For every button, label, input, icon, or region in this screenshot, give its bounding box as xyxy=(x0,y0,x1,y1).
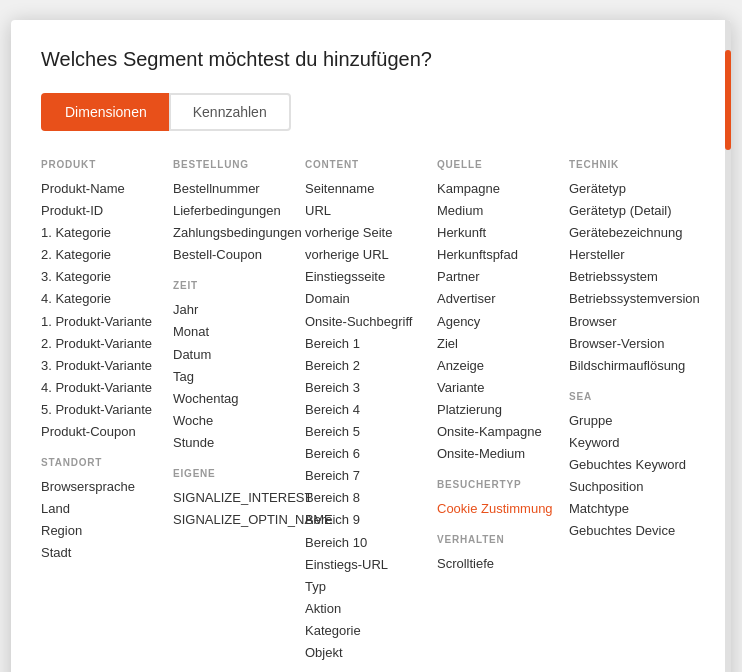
col-content: CONTENT Seitenname URL vorherige Seite v… xyxy=(305,159,437,664)
list-item[interactable]: 4. Kategorie xyxy=(41,288,163,310)
list-item[interactable]: 3. Kategorie xyxy=(41,266,163,288)
list-item[interactable]: Keyword xyxy=(569,432,691,454)
list-item[interactable]: Bereich 10 xyxy=(305,532,427,554)
list-item[interactable]: Partner xyxy=(437,266,559,288)
list-item[interactable]: Gerätetyp xyxy=(569,178,691,200)
list-item[interactable]: Bereich 7 xyxy=(305,465,427,487)
header-technik: TECHNIK xyxy=(569,159,691,170)
list-item[interactable]: Objekt xyxy=(305,642,427,664)
list-item[interactable]: Scrolltiefe xyxy=(437,553,559,575)
list-item[interactable]: Bereich 6 xyxy=(305,443,427,465)
list-item[interactable]: Monat xyxy=(173,321,295,343)
list-item[interactable]: Land xyxy=(41,498,163,520)
list-item[interactable]: Herkunft xyxy=(437,222,559,244)
header-produkt: PRODUKT xyxy=(41,159,163,170)
list-item[interactable]: Bereich 1 xyxy=(305,333,427,355)
list-item[interactable]: Suchposition xyxy=(569,476,691,498)
list-item[interactable]: vorherige Seite xyxy=(305,222,427,244)
scrollbar-track[interactable] xyxy=(725,20,731,672)
header-eigene: EIGENE xyxy=(173,468,295,479)
tab-dimensionen[interactable]: Dimensionen xyxy=(41,93,169,131)
list-item[interactable]: Datum xyxy=(173,344,295,366)
list-item[interactable]: Bereich 5 xyxy=(305,421,427,443)
header-standort: STANDORT xyxy=(41,457,163,468)
list-item-cookie-zustimmung[interactable]: Cookie Zustimmung xyxy=(437,498,559,520)
list-item[interactable]: Browsersprache xyxy=(41,476,163,498)
list-item[interactable]: Domain xyxy=(305,288,427,310)
list-item[interactable]: SIGNALIZE_INTEREST xyxy=(173,487,295,509)
list-item[interactable]: Ziel xyxy=(437,333,559,355)
list-item[interactable]: Bereich 9 xyxy=(305,509,427,531)
col-produkt: PRODUKT Produkt-Name Produkt-ID 1. Kateg… xyxy=(41,159,173,664)
list-item[interactable]: Onsite-Suchbegriff xyxy=(305,311,427,333)
header-besuchertyp: BESUCHERTYP xyxy=(437,479,559,490)
list-item[interactable]: Browser-Version xyxy=(569,333,691,355)
list-item[interactable]: vorherige URL xyxy=(305,244,427,266)
list-item[interactable]: Betriebssystem xyxy=(569,266,691,288)
list-item[interactable]: Bereich 3 xyxy=(305,377,427,399)
list-item[interactable]: Bestellnummer xyxy=(173,178,295,200)
list-item[interactable]: Onsite-Kampagne xyxy=(437,421,559,443)
list-item[interactable]: Hersteller xyxy=(569,244,691,266)
list-item[interactable]: 1. Kategorie xyxy=(41,222,163,244)
list-item[interactable]: Betriebssystemversion xyxy=(569,288,691,310)
list-item[interactable]: Bereich 4 xyxy=(305,399,427,421)
list-item[interactable]: Matchtype xyxy=(569,498,691,520)
list-item[interactable]: Gerätebezeichnung xyxy=(569,222,691,244)
list-item[interactable]: Seitenname xyxy=(305,178,427,200)
list-item[interactable]: Variante xyxy=(437,377,559,399)
list-item[interactable]: Produkt-Coupon xyxy=(41,421,163,443)
list-item[interactable]: Anzeige xyxy=(437,355,559,377)
list-item[interactable]: Bestell-Coupon xyxy=(173,244,295,266)
list-item[interactable]: Woche xyxy=(173,410,295,432)
list-item[interactable]: Gebuchtes Device xyxy=(569,520,691,542)
header-quelle: QUELLE xyxy=(437,159,559,170)
list-item[interactable]: Medium xyxy=(437,200,559,222)
list-item[interactable]: Onsite-Medium xyxy=(437,443,559,465)
tab-kennzahlen[interactable]: Kennzahlen xyxy=(169,93,291,131)
list-item[interactable]: Wochentag xyxy=(173,388,295,410)
list-item[interactable]: Bereich 2 xyxy=(305,355,427,377)
list-item[interactable]: Kategorie xyxy=(305,620,427,642)
list-item[interactable]: Zahlungsbedingungen xyxy=(173,222,295,244)
list-item[interactable]: 2. Kategorie xyxy=(41,244,163,266)
list-item[interactable]: Agency xyxy=(437,311,559,333)
segment-modal: Welches Segment möchtest du hinzufügen? … xyxy=(11,20,731,672)
list-item[interactable]: Stadt xyxy=(41,542,163,564)
list-item[interactable]: Typ xyxy=(305,576,427,598)
columns-container: PRODUKT Produkt-Name Produkt-ID 1. Kateg… xyxy=(41,159,701,664)
list-item[interactable]: URL xyxy=(305,200,427,222)
list-item[interactable]: 3. Produkt-Variante xyxy=(41,355,163,377)
col-quelle: QUELLE Kampagne Medium Herkunft Herkunft… xyxy=(437,159,569,664)
list-item[interactable]: Produkt-Name xyxy=(41,178,163,200)
list-item[interactable]: Browser xyxy=(569,311,691,333)
list-item[interactable]: Produkt-ID xyxy=(41,200,163,222)
list-item[interactable]: 5. Produkt-Variante xyxy=(41,399,163,421)
list-item[interactable]: Kampagne xyxy=(437,178,559,200)
list-item[interactable]: Region xyxy=(41,520,163,542)
list-item[interactable]: 1. Produkt-Variante xyxy=(41,311,163,333)
tab-bar: Dimensionen Kennzahlen xyxy=(41,93,701,131)
list-item[interactable]: Gerätetyp (Detail) xyxy=(569,200,691,222)
list-item[interactable]: Lieferbedingungen xyxy=(173,200,295,222)
col-bestellung: BESTELLUNG Bestellnummer Lieferbedingung… xyxy=(173,159,305,664)
scrollbar-thumb[interactable] xyxy=(725,50,731,150)
modal-title: Welches Segment möchtest du hinzufügen? xyxy=(41,48,701,71)
list-item[interactable]: Stunde xyxy=(173,432,295,454)
list-item[interactable]: Bildschirmauflösung xyxy=(569,355,691,377)
list-item[interactable]: Herkunftspfad xyxy=(437,244,559,266)
list-item[interactable]: 4. Produkt-Variante xyxy=(41,377,163,399)
list-item[interactable]: Gebuchtes Keyword xyxy=(569,454,691,476)
header-content: CONTENT xyxy=(305,159,427,170)
list-item[interactable]: Einstiegsseite xyxy=(305,266,427,288)
list-item[interactable]: Aktion xyxy=(305,598,427,620)
list-item[interactable]: Platzierung xyxy=(437,399,559,421)
list-item[interactable]: Tag xyxy=(173,366,295,388)
list-item[interactable]: Einstiegs-URL xyxy=(305,554,427,576)
list-item[interactable]: 2. Produkt-Variante xyxy=(41,333,163,355)
list-item[interactable]: Gruppe xyxy=(569,410,691,432)
list-item[interactable]: Bereich 8 xyxy=(305,487,427,509)
list-item[interactable]: Advertiser xyxy=(437,288,559,310)
list-item[interactable]: Jahr xyxy=(173,299,295,321)
list-item[interactable]: SIGNALIZE_OPTIN_NAME xyxy=(173,509,295,531)
